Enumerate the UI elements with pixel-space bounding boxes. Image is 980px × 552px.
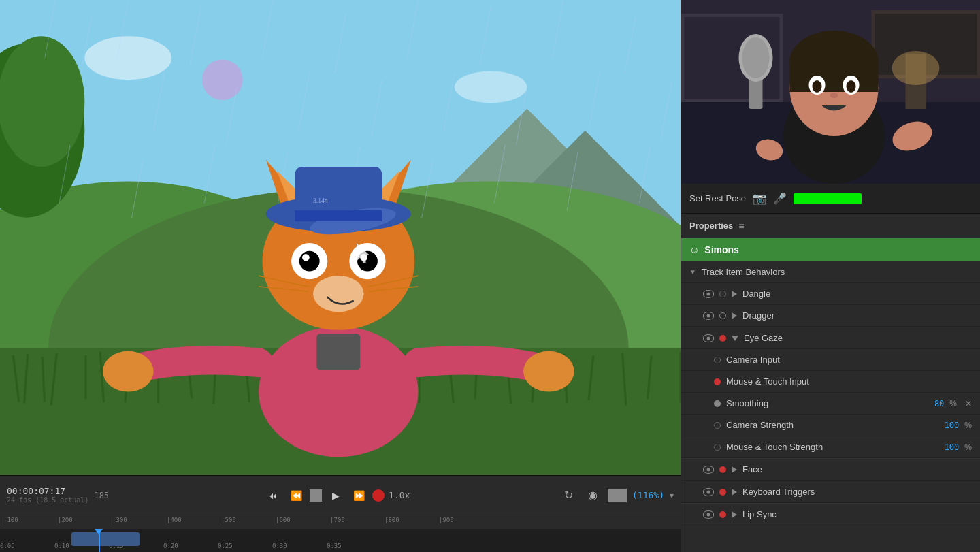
smoothing-value: 80 [934,399,944,408]
play-button[interactable]: ▶ [326,486,345,505]
svg-rect-16 [84,355,86,399]
dangle-eye-icon[interactable] [703,290,714,298]
skip-to-start-button[interactable]: ⏮ [263,486,282,505]
keyboard-triggers-active-dot [719,489,726,496]
camera-strength-row: Camera Strength 100 % [681,415,980,436]
stop-button[interactable] [310,489,322,502]
webcam-preview [681,0,980,184]
camera-strength-label: Camera Strength [726,420,939,430]
step-forward-button[interactable]: ⏩ [349,486,368,505]
eye-gaze-label: Eye Gaze [744,333,972,343]
eye-gaze-row: Eye Gaze [681,327,980,349]
dragger-row: Dragger [681,305,980,327]
frame-count: 185 [94,491,114,500]
keyboard-triggers-expand[interactable] [732,489,737,496]
timeline-ruler: |100 |200 |300 |400 |500 |600 |700 |800 … [0,515,681,529]
mic-icon[interactable]: 🎤 [773,192,787,205]
svg-point-100 [742,37,770,78]
camera-strength-dot [714,422,721,429]
svg-point-88 [313,276,364,312]
svg-rect-106 [790,58,879,92]
transport-controls: ⏮ ⏪ ▶ ⏩ 1.0x [120,486,553,505]
dragger-label: Dragger [742,310,972,321]
speed-display: 1.0x [389,490,410,500]
svg-point-83 [299,251,320,272]
dragger-expand[interactable] [732,312,737,319]
character-name: Simons [704,244,739,255]
timeline-track[interactable]: 0:05 0:10 0:15 0:20 0:25 0:30 0:35 [0,529,681,552]
mouse-touch-strength-value: 100 [945,442,960,452]
mouse-touch-input-label: Mouse & Touch Input [726,376,972,387]
face-active-dot [719,466,726,473]
smoothing-dot [714,400,721,407]
mouse-touch-strength-dot [714,444,721,451]
camera-strength-unit: % [964,421,972,430]
face-eye-icon[interactable] [703,466,714,474]
timeline-area: |100 |200 |300 |400 |500 |600 |700 |800 … [0,515,681,552]
face-label: Face [742,464,972,474]
camera-strength-value: 100 [945,421,960,430]
keyboard-triggers-row: Keyboard Triggers [681,481,980,503]
lip-sync-active-dot [719,511,726,518]
lip-sync-eye-icon[interactable] [703,510,714,519]
character-row: ☺ Simons [681,238,980,261]
svg-rect-70 [316,334,360,370]
track-item-behaviors-label: Track Item Behaviors [702,267,972,277]
mouse-touch-input-row: Mouse & Touch Input [681,371,980,393]
smoothing-row: Smoothing 80 % ✕ [681,393,980,415]
track-behaviors-expand-arrow[interactable]: ▼ [689,268,696,276]
face-row: Face [681,459,980,481]
svg-text:3.14π: 3.14π [313,197,328,204]
svg-point-111 [830,93,838,98]
set-rest-pose-button[interactable]: Set Rest Pose [689,193,746,204]
camera-input-dot [714,357,721,363]
dragger-eye-icon[interactable] [703,312,714,320]
zoom-dropdown-button[interactable]: ▾ [670,491,674,500]
panel-header: Properties ≡ [681,214,980,238]
smoothing-close-button[interactable]: ✕ [965,399,972,408]
smoothing-unit: % [949,399,957,408]
svg-point-1 [84,36,172,80]
svg-point-110 [847,80,856,93]
svg-point-109 [813,80,822,93]
preview-color-box[interactable] [608,489,627,502]
eye-gaze-eye-icon[interactable] [703,334,714,342]
svg-rect-37 [679,352,681,403]
dangle-row: Dangle [681,283,980,305]
video-preview: 3.14π [0,0,681,475]
globe-button[interactable]: ◉ [583,486,602,505]
panel-menu-icon[interactable]: ≡ [738,221,744,231]
dangle-expand[interactable] [732,291,737,297]
svg-rect-79 [295,210,382,221]
webcam-icon[interactable]: 📷 [753,192,766,205]
keyboard-triggers-eye-icon[interactable] [703,488,714,496]
lip-sync-row: Lip Sync [681,504,980,525]
dangle-label: Dangle [742,289,972,299]
svg-point-69 [523,351,574,392]
refresh-button[interactable]: ↻ [559,486,578,505]
mouse-touch-active-dot [714,378,721,385]
face-expand[interactable] [732,466,737,473]
dangle-dot [719,291,726,297]
track-item-behaviors-header[interactable]: ▼ Track Item Behaviors [681,261,980,283]
eye-gaze-expand[interactable] [732,336,738,341]
step-back-button[interactable]: ⏪ [287,486,306,505]
mouse-touch-strength-unit: % [964,442,972,452]
transport-bar: 00:00:07:17 24 fps (18.5 actual) 185 ⏮ ⏪… [0,475,681,515]
timecode-display: 00:00:07:17 [7,486,88,496]
lip-sync-expand[interactable] [732,511,737,518]
fps-display: 24 fps (18.5 actual) [7,496,88,504]
properties-panel: Properties ≡ ☺ Simons ▼ Track Item Behav… [681,214,980,552]
svg-point-97 [892,51,940,85]
svg-point-68 [103,351,154,392]
svg-point-3 [202,59,243,100]
eye-gaze-active-dot [719,335,726,342]
character-icon: ☺ [689,244,699,255]
svg-point-2 [455,71,527,103]
keyboard-triggers-label: Keyboard Triggers [742,487,972,497]
svg-point-39 [0,36,84,167]
dragger-dot [719,312,726,319]
mouse-touch-strength-label: Mouse & Touch Strength [726,442,939,452]
record-button[interactable] [372,489,385,502]
camera-input-row: Camera Input [681,349,980,371]
